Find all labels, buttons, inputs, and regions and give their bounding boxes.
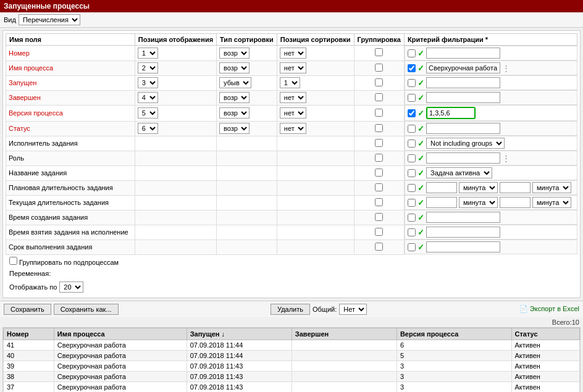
filter-time-unit2[interactable]: минута	[532, 197, 571, 208]
sort-pos-select[interactable]: нет	[280, 48, 306, 59]
export-excel-link[interactable]: 📄 Экспорт в Excel	[519, 305, 579, 313]
filter-text-input[interactable]	[426, 77, 500, 88]
grouping-checkbox[interactable]	[375, 228, 383, 236]
grouping-checkbox[interactable]	[375, 48, 383, 56]
filter-cell: ✓⋮	[405, 60, 577, 75]
filter-dropdown[interactable]: Not including groups	[426, 138, 505, 149]
data-col-header[interactable]: Имя процесса	[54, 328, 187, 340]
display-pos-select[interactable]: 6	[138, 123, 158, 134]
config-row: Исполнитель задания✓Not including groups	[6, 136, 577, 151]
group-by-subprocess-checkbox[interactable]	[9, 257, 17, 265]
sort-pos-select[interactable]: нет	[280, 62, 306, 73]
grouping-checkbox[interactable]	[375, 198, 383, 206]
filter-enabled-checkbox[interactable]	[408, 154, 416, 162]
display-pos-select[interactable]: 2	[138, 62, 158, 73]
filter-time-input2[interactable]	[500, 182, 531, 193]
filter-time-unit1[interactable]: минута	[459, 197, 498, 208]
filter-text-input[interactable]	[426, 241, 500, 252]
data-col-header[interactable]: Завершен	[292, 328, 396, 340]
table-cell: 3	[396, 382, 511, 392]
delete-button[interactable]: Удалить	[271, 304, 310, 315]
grouping-checkbox[interactable]	[375, 169, 383, 177]
sort-pos-select[interactable]: нет	[280, 107, 306, 119]
view-select[interactable]: Перечисления	[19, 14, 80, 25]
display-pos-select[interactable]: 3	[138, 77, 158, 88]
table-cell: 37	[4, 382, 54, 392]
sort-type-select[interactable]: возр	[219, 107, 250, 119]
filter-text-input[interactable]	[426, 152, 500, 164]
sort-type-select[interactable]: возр	[219, 62, 250, 73]
grouping-checkbox[interactable]	[375, 154, 383, 162]
filter-time-unit2[interactable]: минута	[532, 182, 571, 193]
filter-text-input[interactable]	[426, 92, 500, 103]
grouping-checkbox[interactable]	[375, 93, 383, 101]
filter-enabled-checkbox[interactable]	[408, 49, 416, 57]
sort-pos-cell: нет	[277, 60, 354, 75]
grouping-checkbox[interactable]	[375, 139, 383, 147]
filter-text-input[interactable]	[426, 227, 500, 238]
sort-pos-select[interactable]: нет	[280, 123, 306, 134]
filter-cell: ✓минутаминута	[405, 180, 577, 195]
sort-pos-select[interactable]: нет	[280, 92, 306, 103]
sort-type-select[interactable]: возр	[219, 48, 250, 59]
display-pos-cell	[135, 240, 216, 254]
filter-text-input[interactable]	[426, 212, 500, 223]
grouping-checkbox[interactable]	[375, 109, 383, 117]
display-pos-select[interactable]: 1	[138, 48, 158, 59]
filter-enabled-checkbox[interactable]	[408, 140, 416, 148]
table-cell: Сверхурочная работа	[54, 382, 187, 392]
filter-enabled-checkbox[interactable]	[408, 169, 416, 177]
filter-time-input2[interactable]	[500, 197, 531, 208]
filter-dropdown[interactable]: Задача активна	[426, 167, 492, 178]
general-select[interactable]: Нет	[339, 304, 367, 315]
filter-enabled-checkbox[interactable]	[408, 184, 416, 192]
sort-pos-cell: нет	[277, 105, 354, 121]
filter-text-input[interactable]	[426, 62, 500, 73]
data-col-header[interactable]: Номер	[4, 328, 54, 340]
save-button[interactable]: Сохранить	[4, 304, 51, 315]
filter-dots-button[interactable]: ⋮	[502, 154, 510, 163]
table-cell: Активен	[511, 350, 580, 361]
sort-pos-select[interactable]: 1	[280, 77, 300, 88]
display-pos-cell	[135, 136, 216, 151]
filter-enabled-checkbox[interactable]	[408, 94, 416, 102]
filter-checkmark: ✓	[417, 198, 424, 207]
grouping-checkbox[interactable]	[375, 183, 383, 191]
filter-enabled-checkbox[interactable]	[408, 79, 416, 87]
data-col-header[interactable]: Запущен ↓	[187, 328, 292, 340]
sort-type-select[interactable]: возр	[219, 92, 250, 103]
filter-version-input[interactable]	[426, 107, 476, 119]
filter-enabled-checkbox[interactable]	[408, 214, 416, 222]
sort-type-select[interactable]: возр	[219, 123, 250, 134]
filter-text-input[interactable]	[426, 48, 500, 59]
display-count-select[interactable]: 20	[59, 281, 83, 293]
data-col-header[interactable]: Статус	[511, 328, 580, 340]
grouping-checkbox[interactable]	[375, 243, 383, 251]
grouping-checkbox[interactable]	[375, 213, 383, 221]
filter-enabled-checkbox[interactable]	[408, 125, 416, 133]
sort-type-select[interactable]: убыв	[219, 77, 251, 88]
filter-enabled-checkbox[interactable]	[408, 109, 416, 117]
grouping-checkbox[interactable]	[375, 64, 383, 72]
filter-enabled-checkbox[interactable]	[408, 228, 416, 236]
filter-text-input[interactable]	[426, 123, 500, 134]
table-cell: 07.09.2018 11:43	[187, 371, 292, 382]
grouping-checkbox[interactable]	[375, 78, 383, 86]
display-pos-select[interactable]: 4	[138, 92, 158, 103]
filter-time-input1[interactable]	[426, 197, 457, 208]
table-cell	[292, 382, 396, 392]
table-cell: Активен	[511, 382, 580, 392]
data-col-header[interactable]: Версия процесса	[396, 328, 511, 340]
display-pos-select[interactable]: 5	[138, 107, 158, 119]
save-as-button[interactable]: Сохранить как...	[54, 304, 119, 315]
filter-dots-button[interactable]: ⋮	[502, 64, 510, 73]
field-name-cell: Завершен	[6, 90, 135, 105]
filter-cell: ✓	[405, 90, 577, 105]
filter-enabled-checkbox[interactable]	[408, 64, 416, 72]
config-row: Срок выполнения задания✓	[6, 240, 577, 254]
filter-enabled-checkbox[interactable]	[408, 199, 416, 207]
grouping-checkbox[interactable]	[375, 124, 383, 132]
filter-enabled-checkbox[interactable]	[408, 243, 416, 251]
filter-time-unit1[interactable]: минута	[459, 182, 498, 193]
filter-time-input1[interactable]	[426, 182, 457, 193]
